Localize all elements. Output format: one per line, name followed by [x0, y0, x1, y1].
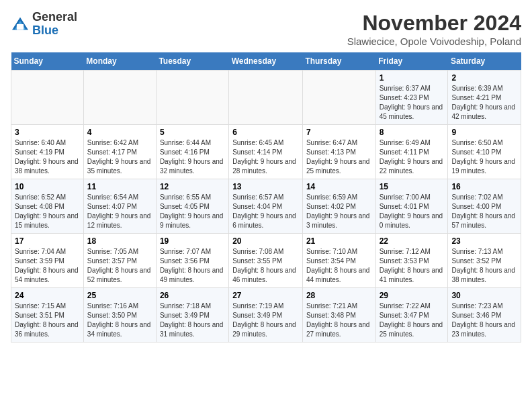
day-number: 7 — [306, 128, 372, 137]
calendar-cell: 18Sunrise: 7:05 AM Sunset: 3:57 PM Dayli… — [83, 234, 156, 288]
day-info: Sunrise: 7:08 AM Sunset: 3:55 PM Dayligh… — [232, 247, 299, 285]
title-section: November 2024 Slawiecice, Opole Voivodes… — [347, 11, 521, 47]
calendar-cell: 7Sunrise: 6:47 AM Sunset: 4:13 PM Daylig… — [302, 125, 375, 179]
calendar-cell — [11, 71, 84, 125]
day-number: 30 — [451, 291, 517, 300]
day-number: 23 — [451, 236, 517, 246]
day-info: Sunrise: 7:05 AM Sunset: 3:57 PM Dayligh… — [87, 247, 152, 285]
header: General Blue November 2024 Slawiecice, O… — [11, 11, 521, 47]
calendar-week-row: 24Sunrise: 7:15 AM Sunset: 3:51 PM Dayli… — [11, 288, 521, 342]
calendar-table: SundayMondayTuesdayWednesdayThursdayFrid… — [11, 52, 521, 342]
calendar-header: SundayMondayTuesdayWednesdayThursdayFrid… — [11, 52, 521, 71]
calendar-body: 1Sunrise: 6:37 AM Sunset: 4:23 PM Daylig… — [11, 71, 521, 342]
day-number: 12 — [160, 182, 225, 191]
svg-rect-2 — [17, 24, 24, 30]
day-number: 13 — [232, 182, 299, 191]
logo-text: General Blue — [32, 11, 77, 38]
day-number: 28 — [306, 291, 372, 300]
day-number: 6 — [232, 128, 299, 137]
calendar-cell: 4Sunrise: 6:42 AM Sunset: 4:17 PM Daylig… — [83, 125, 156, 179]
calendar-cell: 26Sunrise: 7:18 AM Sunset: 3:49 PM Dayli… — [156, 288, 228, 342]
day-number: 20 — [232, 236, 299, 246]
day-number: 5 — [160, 128, 225, 137]
calendar-cell: 14Sunrise: 6:59 AM Sunset: 4:02 PM Dayli… — [302, 179, 375, 234]
calendar-cell: 5Sunrise: 6:44 AM Sunset: 4:16 PM Daylig… — [156, 125, 228, 179]
day-info: Sunrise: 7:22 AM Sunset: 3:47 PM Dayligh… — [380, 302, 445, 339]
calendar-cell: 1Sunrise: 6:37 AM Sunset: 4:23 PM Daylig… — [375, 71, 448, 125]
day-number: 21 — [306, 236, 372, 246]
location-title: Slawiecice, Opole Voivodeship, Poland — [347, 36, 521, 47]
calendar-cell: 12Sunrise: 6:55 AM Sunset: 4:05 PM Dayli… — [156, 179, 228, 234]
header-row: SundayMondayTuesdayWednesdayThursdayFrid… — [11, 52, 521, 71]
calendar-week-row: 1Sunrise: 6:37 AM Sunset: 4:23 PM Daylig… — [11, 71, 521, 125]
weekday-header: Thursday — [302, 52, 375, 71]
day-number: 3 — [15, 128, 80, 137]
calendar-cell: 17Sunrise: 7:04 AM Sunset: 3:59 PM Dayli… — [11, 234, 84, 288]
day-info: Sunrise: 7:02 AM Sunset: 4:00 PM Dayligh… — [451, 193, 517, 230]
day-info: Sunrise: 7:21 AM Sunset: 3:48 PM Dayligh… — [306, 302, 372, 339]
day-number: 10 — [15, 182, 80, 191]
calendar-cell: 24Sunrise: 7:15 AM Sunset: 3:51 PM Dayli… — [11, 288, 84, 342]
month-title: November 2024 — [347, 11, 521, 36]
day-info: Sunrise: 6:37 AM Sunset: 4:23 PM Dayligh… — [380, 84, 445, 122]
calendar-cell — [302, 71, 375, 125]
day-info: Sunrise: 7:10 AM Sunset: 3:54 PM Dayligh… — [306, 247, 372, 285]
calendar-cell: 29Sunrise: 7:22 AM Sunset: 3:47 PM Dayli… — [375, 288, 448, 342]
day-info: Sunrise: 7:18 AM Sunset: 3:49 PM Dayligh… — [160, 302, 225, 339]
day-info: Sunrise: 6:54 AM Sunset: 4:07 PM Dayligh… — [87, 193, 152, 230]
day-info: Sunrise: 7:00 AM Sunset: 4:01 PM Dayligh… — [380, 193, 445, 230]
day-number: 22 — [380, 236, 445, 246]
calendar-cell: 20Sunrise: 7:08 AM Sunset: 3:55 PM Dayli… — [229, 234, 303, 288]
calendar-week-row: 3Sunrise: 6:40 AM Sunset: 4:19 PM Daylig… — [11, 125, 521, 179]
calendar-cell: 13Sunrise: 6:57 AM Sunset: 4:04 PM Dayli… — [229, 179, 303, 234]
day-info: Sunrise: 6:50 AM Sunset: 4:10 PM Dayligh… — [451, 138, 517, 176]
day-info: Sunrise: 6:52 AM Sunset: 4:08 PM Dayligh… — [15, 193, 80, 230]
calendar-cell: 28Sunrise: 7:21 AM Sunset: 3:48 PM Dayli… — [302, 288, 375, 342]
day-number: 2 — [451, 73, 517, 83]
day-info: Sunrise: 6:40 AM Sunset: 4:19 PM Dayligh… — [15, 138, 80, 176]
day-info: Sunrise: 6:57 AM Sunset: 4:04 PM Dayligh… — [232, 193, 299, 230]
day-info: Sunrise: 7:12 AM Sunset: 3:53 PM Dayligh… — [380, 247, 445, 285]
day-info: Sunrise: 6:42 AM Sunset: 4:17 PM Dayligh… — [87, 138, 152, 176]
weekday-header: Friday — [375, 52, 448, 71]
day-number: 9 — [451, 128, 517, 137]
calendar-cell: 2Sunrise: 6:39 AM Sunset: 4:21 PM Daylig… — [448, 71, 521, 125]
calendar-cell — [156, 71, 228, 125]
calendar-cell: 10Sunrise: 6:52 AM Sunset: 4:08 PM Dayli… — [11, 179, 84, 234]
day-info: Sunrise: 6:47 AM Sunset: 4:13 PM Dayligh… — [306, 138, 372, 176]
calendar-cell: 19Sunrise: 7:07 AM Sunset: 3:56 PM Dayli… — [156, 234, 228, 288]
day-number: 26 — [160, 291, 225, 300]
calendar-cell: 11Sunrise: 6:54 AM Sunset: 4:07 PM Dayli… — [83, 179, 156, 234]
day-number: 1 — [380, 73, 445, 83]
day-number: 29 — [380, 291, 445, 300]
day-info: Sunrise: 7:19 AM Sunset: 3:49 PM Dayligh… — [232, 302, 299, 339]
day-info: Sunrise: 7:16 AM Sunset: 3:50 PM Dayligh… — [87, 302, 152, 339]
day-info: Sunrise: 6:55 AM Sunset: 4:05 PM Dayligh… — [160, 193, 225, 230]
calendar-cell — [83, 71, 156, 125]
day-number: 19 — [160, 236, 225, 246]
day-number: 16 — [451, 182, 517, 191]
calendar-week-row: 10Sunrise: 6:52 AM Sunset: 4:08 PM Dayli… — [11, 179, 521, 234]
day-info: Sunrise: 7:07 AM Sunset: 3:56 PM Dayligh… — [160, 247, 225, 285]
weekday-header: Monday — [83, 52, 156, 71]
calendar-cell: 30Sunrise: 7:23 AM Sunset: 3:46 PM Dayli… — [448, 288, 521, 342]
calendar-cell: 23Sunrise: 7:13 AM Sunset: 3:52 PM Dayli… — [448, 234, 521, 288]
day-info: Sunrise: 6:39 AM Sunset: 4:21 PM Dayligh… — [451, 84, 517, 122]
calendar-cell: 22Sunrise: 7:12 AM Sunset: 3:53 PM Dayli… — [375, 234, 448, 288]
day-info: Sunrise: 6:44 AM Sunset: 4:16 PM Dayligh… — [160, 138, 225, 176]
day-number: 27 — [232, 291, 299, 300]
day-number: 17 — [15, 236, 80, 246]
day-number: 4 — [87, 128, 152, 137]
day-number: 14 — [306, 182, 372, 191]
calendar-cell: 9Sunrise: 6:50 AM Sunset: 4:10 PM Daylig… — [448, 125, 521, 179]
day-info: Sunrise: 7:13 AM Sunset: 3:52 PM Dayligh… — [451, 247, 517, 285]
logo: General Blue — [11, 11, 77, 38]
calendar-cell: 27Sunrise: 7:19 AM Sunset: 3:49 PM Dayli… — [229, 288, 303, 342]
weekday-header: Wednesday — [229, 52, 303, 71]
day-number: 18 — [87, 236, 152, 246]
calendar-week-row: 17Sunrise: 7:04 AM Sunset: 3:59 PM Dayli… — [11, 234, 521, 288]
calendar-cell: 15Sunrise: 7:00 AM Sunset: 4:01 PM Dayli… — [375, 179, 448, 234]
day-number: 8 — [380, 128, 445, 137]
day-info: Sunrise: 6:59 AM Sunset: 4:02 PM Dayligh… — [306, 193, 372, 230]
day-number: 15 — [380, 182, 445, 191]
